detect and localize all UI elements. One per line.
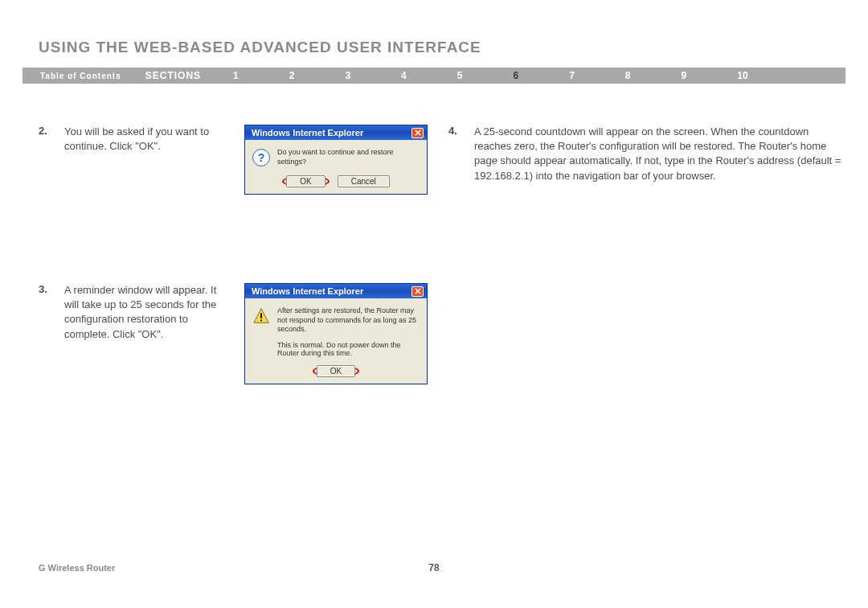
section-link-7[interactable]: 7 [569, 70, 575, 81]
step-text: You will be asked if you want to continu… [64, 125, 233, 195]
section-link-9[interactable]: 9 [682, 70, 687, 81]
close-icon[interactable] [411, 128, 424, 138]
step-number: 3. [39, 283, 53, 384]
dialog-confirm-restore: Windows Internet Explorer ? Do you want … [244, 125, 428, 195]
close-icon[interactable] [411, 286, 424, 297]
dialog-message: After settings are restored, the Router … [277, 306, 420, 335]
section-link-4[interactable]: 4 [401, 70, 407, 81]
page-heading: USING THE WEB-BASED ADVANCED USER INTERF… [39, 39, 481, 56]
dialog-title: Windows Internet Explorer [252, 128, 363, 138]
section-link-3[interactable]: 3 [345, 70, 350, 81]
section-link-5[interactable]: 5 [457, 70, 463, 81]
ok-button[interactable]: OK [286, 175, 325, 187]
svg-rect-1 [260, 320, 262, 322]
step-text: A reminder window will appear. It will t… [64, 283, 233, 384]
section-link-2[interactable]: 2 [289, 70, 295, 81]
highlight-oval: OK [282, 175, 329, 187]
section-link-1[interactable]: 1 [233, 70, 239, 81]
warning-icon [252, 306, 271, 326]
section-link-6[interactable]: 6 [513, 70, 518, 81]
question-icon: ? [252, 148, 271, 167]
page-number: 78 [39, 562, 829, 573]
step-number: 4. [448, 125, 463, 183]
section-link-10[interactable]: 10 [737, 70, 747, 81]
step-number: 2. [39, 125, 53, 195]
dialog-titlebar: Windows Internet Explorer [245, 284, 427, 298]
step-3: 3. A reminder window will appear. It wil… [39, 283, 432, 384]
page-footer: G Wireless Router 78 [39, 563, 829, 573]
dialog-title: Windows Internet Explorer [252, 286, 363, 296]
dialog-message: Do you want to continue and restore sett… [277, 148, 420, 166]
dialog-reminder: Windows Internet Explorer [244, 283, 428, 384]
dialog-message-2: This is normal. Do not power down the Ro… [277, 341, 420, 357]
step-4: 4. A 25-second countdown will appear on … [448, 125, 842, 183]
toc-link[interactable]: Table of Contents [23, 72, 121, 80]
step-text: A 25-second countdown will appear on the… [474, 125, 842, 183]
dialog-titlebar: Windows Internet Explorer [245, 125, 427, 140]
ok-button[interactable]: OK [317, 365, 355, 377]
cancel-button[interactable]: Cancel [338, 175, 390, 187]
section-link-8[interactable]: 8 [625, 70, 631, 81]
sections-label: SECTIONS [121, 70, 201, 81]
step-2: 2. You will be asked if you want to cont… [39, 125, 432, 195]
svg-rect-0 [260, 313, 262, 318]
highlight-oval: OK [313, 365, 359, 377]
section-navbar: Table of Contents SECTIONS 12345678910 [23, 68, 845, 84]
